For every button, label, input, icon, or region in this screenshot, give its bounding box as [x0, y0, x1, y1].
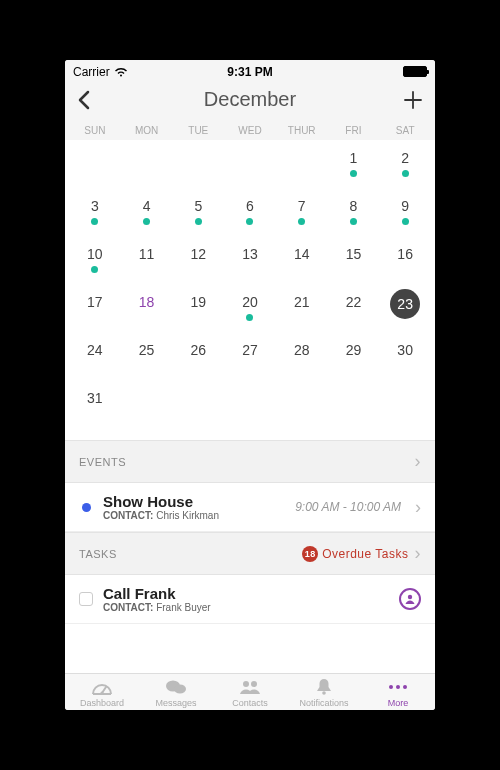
calendar-day[interactable]: 5	[172, 192, 224, 240]
calendar-day[interactable]: 2	[379, 144, 431, 192]
svg-point-0	[408, 595, 412, 599]
calendar-day	[224, 144, 276, 192]
svg-point-4	[243, 681, 249, 687]
calendar-day[interactable]: 19	[172, 288, 224, 336]
day-of-week-label: TUE	[172, 125, 224, 136]
svg-point-9	[403, 685, 407, 689]
event-row[interactable]: Show House CONTACT: Chris Kirkman 9:00 A…	[65, 483, 435, 532]
day-of-week-label: WED	[224, 125, 276, 136]
calendar-day[interactable]: 17	[69, 288, 121, 336]
chevron-right-icon: ›	[415, 497, 421, 518]
status-time: 9:31 PM	[191, 65, 309, 79]
chat-icon	[165, 678, 187, 696]
content-scroll: EVENTS › Show House CONTACT: Chris Kirkm…	[65, 440, 435, 673]
calendar-day[interactable]: 18	[121, 288, 173, 336]
tab-label: Notifications	[299, 698, 348, 708]
user-icon	[404, 593, 416, 605]
events-label: EVENTS	[79, 456, 126, 468]
chevron-right-icon: ›	[415, 543, 422, 564]
task-avatar[interactable]	[399, 588, 421, 610]
back-button[interactable]	[77, 90, 91, 110]
event-dot-icon	[246, 218, 253, 225]
calendar-day[interactable]: 4	[121, 192, 173, 240]
svg-point-6	[322, 691, 326, 695]
tab-notifications[interactable]: Notifications	[287, 677, 361, 708]
calendar-day[interactable]: 12	[172, 240, 224, 288]
tasks-label: TASKS	[79, 548, 117, 560]
calendar-day[interactable]: 10	[69, 240, 121, 288]
event-dot-icon	[350, 218, 357, 225]
svg-point-1	[100, 691, 103, 694]
events-section-header[interactable]: EVENTS ›	[65, 440, 435, 483]
status-bar: Carrier 9:31 PM	[65, 60, 435, 80]
tab-more[interactable]: More	[361, 677, 435, 708]
tab-messages[interactable]: Messages	[139, 677, 213, 708]
event-contact: CONTACT: Chris Kirkman	[103, 510, 285, 521]
task-checkbox[interactable]	[79, 592, 93, 606]
event-dot-icon	[143, 218, 150, 225]
day-of-week-label: THUR	[276, 125, 328, 136]
gauge-icon	[91, 678, 113, 696]
calendar-day	[328, 384, 380, 432]
tasks-section-header[interactable]: TASKS 18 Overdue Tasks ›	[65, 532, 435, 575]
event-dot-icon	[195, 218, 202, 225]
calendar-day[interactable]: 9	[379, 192, 431, 240]
event-dot-icon	[246, 314, 253, 321]
overdue-badge: 18	[302, 546, 318, 562]
event-dot-icon	[402, 170, 409, 177]
calendar-day[interactable]: 25	[121, 336, 173, 384]
calendar-day[interactable]: 30	[379, 336, 431, 384]
day-of-week-label: SAT	[379, 125, 431, 136]
calendar-grid: 1234567891011121314151617181920212223242…	[65, 140, 435, 440]
tab-bar: Dashboard Messages Contacts Notification…	[65, 673, 435, 710]
calendar-day[interactable]: 24	[69, 336, 121, 384]
calendar-day	[224, 384, 276, 432]
task-contact: CONTACT: Frank Buyer	[103, 602, 389, 613]
event-dot-icon	[91, 266, 98, 273]
calendar-day[interactable]: 7	[276, 192, 328, 240]
calendar-day[interactable]: 31	[69, 384, 121, 432]
event-dot-icon	[350, 170, 357, 177]
day-of-week-label: MON	[121, 125, 173, 136]
calendar-day	[172, 384, 224, 432]
tab-contacts[interactable]: Contacts	[213, 677, 287, 708]
calendar: SUNMONTUEWEDTHURFRISAT 12345678910111213…	[65, 117, 435, 440]
calendar-day[interactable]: 14	[276, 240, 328, 288]
calendar-day[interactable]: 6	[224, 192, 276, 240]
tab-label: Contacts	[232, 698, 268, 708]
calendar-day[interactable]: 22	[328, 288, 380, 336]
task-row[interactable]: Call Frank CONTACT: Frank Buyer	[65, 575, 435, 624]
tab-label: More	[388, 698, 409, 708]
chevron-left-icon	[77, 90, 91, 110]
group-icon	[238, 678, 262, 696]
event-dot-icon	[298, 218, 305, 225]
day-of-week-row: SUNMONTUEWEDTHURFRISAT	[65, 117, 435, 140]
calendar-day[interactable]: 26	[172, 336, 224, 384]
battery-icon	[403, 66, 427, 77]
overdue-tasks-link[interactable]: 18 Overdue Tasks	[302, 546, 408, 562]
phone-frame: Carrier 9:31 PM December SUNMONTUEWEDTHU…	[65, 60, 435, 710]
carrier-label: Carrier	[73, 65, 110, 79]
calendar-day[interactable]: 29	[328, 336, 380, 384]
calendar-day[interactable]: 3	[69, 192, 121, 240]
chevron-right-icon: ›	[415, 451, 422, 472]
more-icon	[387, 678, 409, 696]
calendar-day[interactable]: 23	[379, 288, 431, 336]
calendar-day[interactable]: 28	[276, 336, 328, 384]
navbar: December	[65, 80, 435, 117]
calendar-day[interactable]: 11	[121, 240, 173, 288]
calendar-day[interactable]: 21	[276, 288, 328, 336]
calendar-day[interactable]: 15	[328, 240, 380, 288]
calendar-day[interactable]: 8	[328, 192, 380, 240]
add-button[interactable]	[403, 90, 423, 110]
calendar-day[interactable]: 16	[379, 240, 431, 288]
tab-dashboard[interactable]: Dashboard	[65, 677, 139, 708]
tab-label: Dashboard	[80, 698, 124, 708]
calendar-day[interactable]: 27	[224, 336, 276, 384]
calendar-day	[121, 384, 173, 432]
calendar-day[interactable]: 1	[328, 144, 380, 192]
calendar-day[interactable]: 20	[224, 288, 276, 336]
calendar-day[interactable]: 13	[224, 240, 276, 288]
calendar-day	[379, 384, 431, 432]
svg-point-5	[251, 681, 257, 687]
